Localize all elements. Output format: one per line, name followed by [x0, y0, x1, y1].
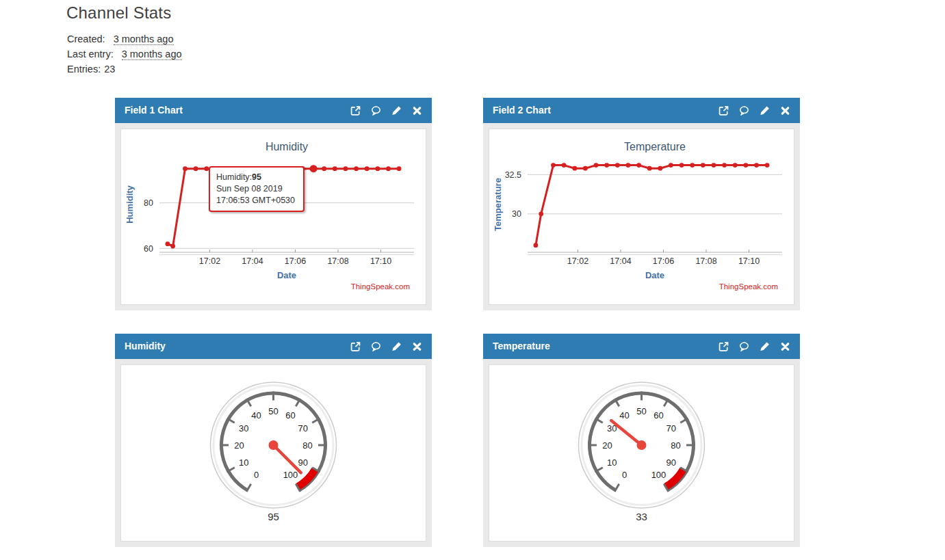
panel-icon-bar — [718, 334, 791, 359]
panel-icon-bar — [718, 98, 791, 123]
pencil-icon[interactable] — [391, 105, 402, 116]
panel-temperature-gauge: Temperature 010203040506070809010033 — [483, 334, 800, 547]
chart-container: 608017:0217:0417:0617:0817:10HumidityHum… — [120, 129, 426, 305]
tooltip-time: 17:06:53 GMT+0530 — [216, 195, 297, 206]
panel-body: 010203040506070809010033 — [483, 359, 800, 547]
comment-icon[interactable] — [370, 105, 382, 116]
svg-text:70: 70 — [298, 423, 308, 434]
external-link-icon[interactable] — [350, 105, 361, 116]
meta-last-entry-label: Last entry: — [67, 49, 114, 59]
panel-title: Temperature — [493, 334, 550, 359]
panel-humidity-gauge-header: Humidity — [115, 334, 432, 359]
svg-text:0: 0 — [254, 470, 259, 480]
close-icon[interactable] — [411, 341, 423, 352]
svg-text:Temperature: Temperature — [493, 178, 503, 231]
tooltip-date: Sun Sep 08 2019 — [216, 183, 297, 195]
svg-text:90: 90 — [666, 457, 676, 468]
meta-last-entry-value[interactable]: 3 months ago — [122, 49, 182, 60]
pencil-icon[interactable] — [759, 341, 771, 352]
svg-text:ThingSpeak.com: ThingSpeak.com — [719, 282, 778, 291]
panel-title: Humidity — [125, 334, 166, 359]
comment-icon[interactable] — [738, 341, 750, 352]
svg-text:Humidity: Humidity — [266, 141, 308, 152]
svg-text:17:08: 17:08 — [327, 256, 348, 266]
svg-text:17:06: 17:06 — [285, 256, 306, 266]
comment-icon[interactable] — [738, 105, 750, 116]
svg-text:17:02: 17:02 — [567, 256, 588, 266]
svg-text:30: 30 — [512, 209, 521, 219]
close-icon[interactable] — [779, 105, 791, 116]
svg-text:0: 0 — [622, 470, 627, 480]
svg-text:60: 60 — [653, 410, 663, 421]
external-link-icon[interactable] — [718, 341, 729, 352]
channel-stats-page: Channel Stats Created:3 months ago Last … — [0, 0, 945, 560]
panel-field2-chart: Field 2 Chart 3032.517:0217:0417:0617:08… — [483, 98, 800, 310]
svg-text:32.5: 32.5 — [505, 170, 521, 180]
close-icon[interactable] — [779, 341, 791, 352]
panel-temperature-gauge-header: Temperature — [483, 334, 800, 359]
svg-text:17:04: 17:04 — [610, 256, 631, 266]
svg-text:60: 60 — [285, 410, 295, 421]
svg-text:40: 40 — [619, 410, 629, 421]
svg-text:17:10: 17:10 — [370, 256, 391, 266]
meta-entries-value: 23 — [104, 64, 115, 75]
svg-text:ThingSpeak.com: ThingSpeak.com — [351, 282, 410, 291]
svg-text:50: 50 — [636, 406, 646, 416]
svg-text:60: 60 — [144, 244, 153, 254]
gauge-container: 010203040506070809010033 — [489, 364, 794, 542]
comment-icon[interactable] — [370, 341, 382, 352]
svg-text:17:02: 17:02 — [199, 256, 220, 266]
external-link-icon[interactable] — [718, 105, 729, 116]
chart-tooltip: Humidity:95 Sun Sep 08 2019 17:06:53 GMT… — [209, 166, 305, 212]
panel-field1-chart: Field 1 Chart 608017:0217:0417:0617:0817… — [115, 98, 432, 310]
pencil-icon[interactable] — [759, 105, 771, 116]
page-title: Channel Stats — [66, 3, 171, 23]
svg-text:50: 50 — [268, 406, 278, 416]
svg-text:40: 40 — [251, 410, 261, 421]
svg-text:Temperature: Temperature — [624, 141, 686, 152]
panel-icon-bar — [350, 334, 423, 359]
svg-text:10: 10 — [607, 457, 617, 468]
humidity-line-chart[interactable]: 608017:0217:0417:0617:0817:10HumidityHum… — [121, 129, 426, 304]
panel-field2-header: Field 2 Chart — [483, 98, 800, 123]
svg-text:90: 90 — [298, 457, 308, 468]
external-link-icon[interactable] — [350, 341, 361, 352]
chart-container: 3032.517:0217:0417:0617:0817:10Temperatu… — [489, 129, 794, 305]
temperature-gauge: 010203040506070809010033 — [489, 365, 794, 541]
panel-title: Field 2 Chart — [493, 98, 551, 123]
meta-entries-label: Entries: — [67, 64, 101, 75]
gauge-container: 010203040506070809010095 — [120, 364, 426, 542]
meta-created-value[interactable]: 3 months ago — [114, 34, 174, 45]
panel-body: 010203040506070809010095 — [115, 359, 432, 547]
pencil-icon[interactable] — [391, 341, 402, 352]
temperature-line-chart[interactable]: 3032.517:0217:0417:0617:0817:10Temperatu… — [489, 129, 794, 304]
svg-text:17:08: 17:08 — [695, 256, 716, 266]
svg-text:100: 100 — [651, 470, 666, 480]
svg-text:Date: Date — [277, 270, 296, 280]
meta-entries: Entries:23 — [67, 62, 182, 77]
svg-text:Date: Date — [645, 270, 664, 280]
svg-text:20: 20 — [234, 440, 244, 451]
panel-title: Field 1 Chart — [125, 98, 183, 123]
tooltip-series-label: Humidity: — [216, 172, 252, 182]
svg-text:17:04: 17:04 — [242, 256, 263, 266]
svg-text:10: 10 — [239, 457, 248, 468]
channel-meta: Created:3 months ago Last entry:3 months… — [67, 31, 182, 77]
svg-text:33: 33 — [636, 511, 647, 522]
svg-text:80: 80 — [302, 440, 312, 451]
panel-body: 3032.517:0217:0417:0617:0817:10Temperatu… — [483, 123, 800, 310]
meta-created-label: Created: — [67, 34, 105, 44]
svg-text:80: 80 — [144, 198, 153, 208]
svg-text:95: 95 — [268, 511, 279, 522]
svg-text:17:10: 17:10 — [738, 256, 760, 266]
humidity-gauge: 010203040506070809010095 — [121, 365, 426, 541]
close-icon[interactable] — [411, 105, 423, 116]
panel-icon-bar — [350, 98, 423, 123]
svg-text:20: 20 — [602, 440, 612, 451]
tooltip-value: 95 — [252, 172, 261, 182]
panel-field1-header: Field 1 Chart — [115, 98, 432, 123]
svg-text:100: 100 — [283, 470, 298, 480]
panel-body: 608017:0217:0417:0617:0817:10HumidityHum… — [115, 123, 432, 310]
svg-text:70: 70 — [666, 423, 676, 434]
svg-text:17:06: 17:06 — [653, 256, 674, 266]
